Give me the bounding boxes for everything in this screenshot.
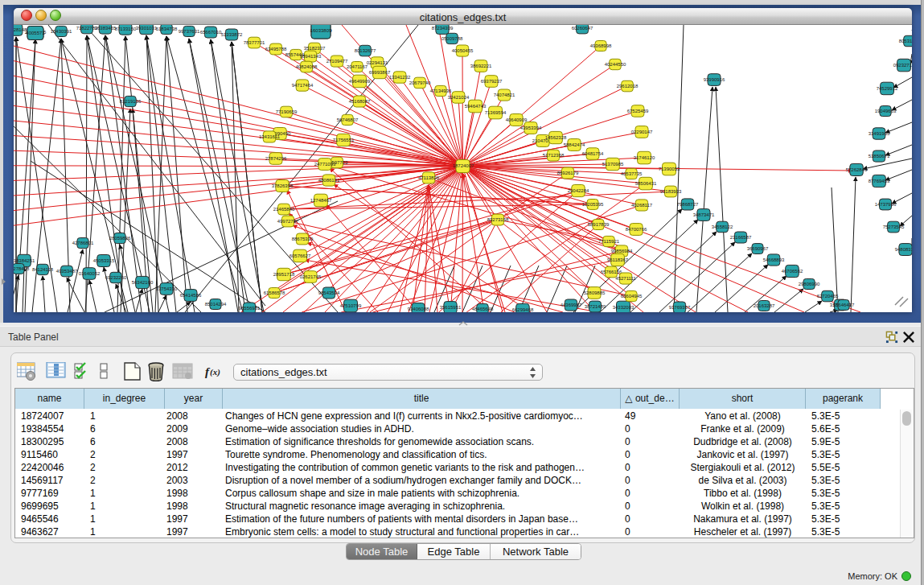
svg-text:15430391: 15430391 [51, 29, 72, 34]
svg-text:66299468: 66299468 [512, 307, 534, 312]
svg-text:79868727: 79868727 [677, 202, 699, 207]
svg-text:14737996: 14737996 [875, 202, 897, 207]
svg-text:58506431: 58506431 [635, 181, 657, 186]
svg-text:40640909: 40640909 [506, 117, 528, 122]
svg-text:33754330: 33754330 [156, 286, 178, 291]
svg-text:65766156: 65766156 [601, 270, 622, 274]
svg-text:74529912: 74529912 [877, 86, 898, 91]
svg-text:4005571: 4005571 [26, 31, 45, 35]
svg-text:65667010: 65667010 [200, 30, 222, 35]
svg-text:77115921: 77115921 [598, 239, 620, 244]
svg-text:48086131: 48086131 [318, 178, 340, 183]
svg-text:98543534: 98543534 [318, 290, 340, 295]
svg-text:31491905: 31491905 [869, 131, 890, 136]
svg-text:85014294: 85014294 [205, 302, 227, 307]
svg-text:20163287: 20163287 [754, 303, 775, 308]
svg-text:96556981: 96556981 [239, 306, 261, 311]
svg-text:40268117: 40268117 [631, 203, 653, 208]
svg-text:09232719: 09232719 [893, 63, 912, 68]
svg-text:58917839: 58917839 [588, 222, 610, 227]
svg-text:40537735: 40537735 [621, 171, 643, 176]
svg-text:51370985: 51370985 [602, 162, 624, 167]
svg-text:96383465: 96383465 [95, 26, 117, 31]
svg-text:49649909: 49649909 [349, 79, 371, 84]
svg-text:47113826: 47113826 [418, 175, 440, 180]
svg-text:63495788: 63495788 [265, 47, 287, 51]
svg-text:40244550: 40244550 [605, 62, 626, 67]
svg-text:51712368: 51712368 [543, 153, 565, 158]
svg-text:88675339: 88675339 [292, 237, 314, 241]
svg-text:12748467: 12748467 [310, 198, 332, 203]
svg-text:78377701: 78377701 [244, 40, 265, 45]
svg-text:93183933: 93183933 [660, 189, 682, 194]
svg-text:38721489: 38721489 [585, 304, 606, 309]
svg-text:59464743: 59464743 [465, 104, 487, 109]
svg-text:75273545: 75273545 [883, 225, 905, 229]
svg-text:48465648: 48465648 [472, 307, 494, 311]
svg-text:45271111: 45271111 [615, 276, 636, 281]
svg-text:65604945: 65604945 [621, 294, 643, 299]
svg-text:10205395: 10205395 [582, 202, 604, 207]
svg-text:27109477: 27109477 [326, 59, 348, 64]
svg-text:60481754: 60481754 [582, 151, 604, 156]
svg-text:77190659: 77190659 [276, 109, 298, 114]
svg-text:47134936: 47134936 [430, 89, 452, 93]
svg-text:31746120: 31746120 [634, 155, 655, 160]
svg-text:37826398: 37826398 [272, 183, 294, 188]
svg-text:42786801: 42786801 [72, 241, 94, 245]
svg-text:13341232: 13341232 [389, 75, 411, 80]
svg-text:49972787: 49972787 [277, 219, 299, 224]
svg-text:35182337: 35182337 [304, 46, 326, 51]
svg-text:84700766: 84700766 [626, 227, 647, 232]
svg-text:80531003: 80531003 [899, 39, 912, 43]
svg-text:16033809: 16033809 [310, 28, 332, 33]
svg-text:18724007: 18724007 [453, 163, 474, 168]
svg-text:24771093: 24771093 [314, 162, 336, 167]
svg-text:44369957: 44369957 [561, 303, 582, 307]
svg-text:28059826: 28059826 [109, 236, 131, 241]
svg-text:60576627: 60576627 [290, 253, 311, 258]
svg-text:05009788: 05009788 [441, 36, 463, 41]
svg-text:23166587: 23166587 [730, 235, 752, 240]
svg-text:45053315: 45053315 [93, 258, 115, 263]
svg-text:84124118: 84124118 [32, 267, 54, 272]
svg-text:29042284: 29042284 [568, 188, 589, 193]
svg-text:32421024: 32421024 [448, 95, 470, 100]
svg-text:02294131: 02294131 [367, 60, 388, 65]
svg-text:87234309: 87234309 [432, 26, 454, 31]
svg-text:54278498: 54278498 [14, 266, 30, 271]
svg-text:19049663: 19049663 [875, 109, 897, 113]
svg-text:55646417: 55646417 [833, 303, 855, 307]
svg-text:02290147: 02290147 [631, 130, 653, 134]
svg-text:81219136: 81219136 [120, 99, 142, 104]
svg-text:83273158: 83273158 [487, 217, 509, 222]
svg-text:52809885: 52809885 [584, 290, 606, 295]
svg-text:02621745: 02621745 [300, 274, 322, 279]
svg-text:56342160: 56342160 [132, 280, 154, 285]
svg-text:87133150: 87133150 [115, 27, 137, 31]
svg-text:36690967: 36690967 [747, 246, 769, 251]
svg-text:29806990: 29806990 [799, 282, 820, 286]
svg-text:51850671: 51850671 [869, 154, 890, 159]
svg-text:34873471: 34873471 [693, 212, 715, 217]
svg-text:21465840: 21465840 [273, 207, 295, 212]
svg-text:57262849: 57262849 [846, 167, 868, 172]
svg-text:46706562: 46706562 [782, 269, 803, 274]
svg-text:51333872: 51333872 [221, 32, 243, 37]
svg-text:20471167: 20471167 [347, 64, 368, 69]
svg-text:60260647: 60260647 [572, 26, 593, 31]
svg-text:91769367: 91769367 [669, 305, 691, 310]
svg-text:67525459: 67525459 [627, 109, 649, 113]
svg-text:80132677: 80132677 [355, 48, 376, 53]
svg-text:40050455: 40050455 [452, 48, 474, 53]
svg-text:94717464: 94717464 [292, 83, 314, 88]
svg-text:14562328: 14562328 [545, 135, 567, 140]
svg-text:71756551: 71756551 [333, 138, 355, 142]
svg-text:29612018: 29612018 [617, 84, 639, 89]
svg-text:28951718: 28951718 [273, 272, 295, 277]
svg-text:98941343: 98941343 [300, 54, 322, 59]
svg-text:18384251: 18384251 [14, 258, 35, 263]
svg-text:87769453: 87769453 [869, 179, 890, 183]
svg-text:27874296: 27874296 [265, 156, 287, 161]
svg-text:93990916: 93990916 [704, 77, 725, 82]
